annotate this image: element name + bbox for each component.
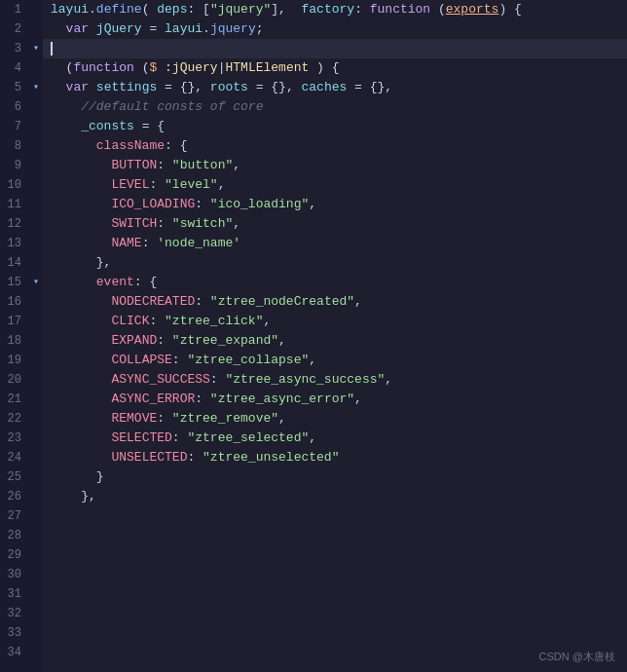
code-line-29 bbox=[43, 545, 627, 565]
line-num-24: 24 bbox=[8, 448, 21, 467]
fold-9 bbox=[29, 156, 43, 175]
code-line-21: ASYNC_ERROR: "ztree_async_error", bbox=[43, 390, 627, 409]
code-line-33 bbox=[43, 623, 627, 643]
fold-16 bbox=[29, 292, 43, 312]
line-num-6: 6 bbox=[15, 97, 21, 117]
line-num-20: 20 bbox=[8, 370, 21, 390]
code-line-16: NODECREATED: "ztree_nodeCreated", bbox=[43, 292, 627, 312]
fold-21 bbox=[29, 390, 43, 409]
code-line-26: }, bbox=[43, 487, 627, 506]
line-num-16: 16 bbox=[8, 292, 21, 312]
fold-29 bbox=[29, 545, 43, 565]
line-num-3: 3 bbox=[15, 39, 21, 58]
code-line-24: UNSELECTED: "ztree_unselected" bbox=[43, 448, 627, 467]
line-num-33: 33 bbox=[8, 623, 21, 643]
code-line-30 bbox=[43, 565, 627, 584]
fold-22 bbox=[29, 409, 43, 429]
fold-4 bbox=[29, 58, 43, 78]
fold-27 bbox=[29, 506, 43, 526]
code-line-1: layui.define( deps: ["jquery"], factory:… bbox=[43, 0, 627, 19]
code-line-8: className: { bbox=[43, 136, 627, 156]
fold-11 bbox=[29, 195, 43, 214]
line-num-26: 26 bbox=[8, 487, 21, 506]
fold-18 bbox=[29, 331, 43, 351]
line-num-9: 9 bbox=[15, 156, 21, 175]
fold-34 bbox=[29, 643, 43, 662]
fold-3[interactable]: ▾ bbox=[29, 39, 43, 58]
fold-31 bbox=[29, 584, 43, 604]
line-num-17: 17 bbox=[8, 312, 21, 331]
fold-6 bbox=[29, 97, 43, 117]
line-num-21: 21 bbox=[8, 390, 21, 409]
code-line-2: var jQuery = layui.jquery; bbox=[43, 19, 627, 39]
fold-33 bbox=[29, 623, 43, 643]
line-num-34: 34 bbox=[8, 643, 21, 662]
fold-24 bbox=[29, 448, 43, 467]
code-line-28 bbox=[43, 526, 627, 545]
line-num-7: 7 bbox=[15, 117, 21, 136]
line-numbers: 1 2 3 4 5 6 7 8 9 10 11 12 13 14 15 16 1… bbox=[0, 0, 29, 672]
fold-25 bbox=[29, 467, 43, 487]
fold-8 bbox=[29, 136, 43, 156]
code-line-23: SELECTED: "ztree_selected", bbox=[43, 429, 627, 448]
line-num-5: 5 bbox=[15, 78, 21, 97]
code-line-13: NAME: 'node_name' bbox=[43, 234, 627, 253]
line-num-28: 28 bbox=[8, 526, 21, 545]
fold-28 bbox=[29, 526, 43, 545]
code-line-15: event: { bbox=[43, 273, 627, 292]
line-num-1: 1 bbox=[15, 0, 21, 19]
code-line-5: var settings = {}, roots = {}, caches = … bbox=[43, 78, 627, 97]
code-line-27 bbox=[43, 506, 627, 526]
code-line-6: //default consts of core bbox=[43, 97, 627, 117]
fold-14 bbox=[29, 253, 43, 273]
code-area[interactable]: layui.define( deps: ["jquery"], factory:… bbox=[43, 0, 627, 672]
code-line-7: _consts = { bbox=[43, 117, 627, 136]
line-num-27: 27 bbox=[8, 506, 21, 526]
line-num-2: 2 bbox=[15, 19, 21, 39]
line-num-30: 30 bbox=[8, 565, 21, 584]
fold-2 bbox=[29, 19, 43, 39]
fold-32 bbox=[29, 604, 43, 623]
fold-10 bbox=[29, 175, 43, 195]
code-line-20: ASYNC_SUCCESS: "ztree_async_success", bbox=[43, 370, 627, 390]
fold-26 bbox=[29, 487, 43, 506]
fold-5[interactable]: ▾ bbox=[29, 78, 43, 97]
code-line-4: (function ($ :jQuery|HTMLElement ) { bbox=[43, 58, 627, 78]
code-line-10: LEVEL: "level", bbox=[43, 175, 627, 195]
code-line-11: ICO_LOADING: "ico_loading", bbox=[43, 195, 627, 214]
fold-19 bbox=[29, 351, 43, 370]
line-num-18: 18 bbox=[8, 331, 21, 351]
fold-gutter: ▾ ▾ ▾ bbox=[29, 0, 43, 672]
watermark: CSDN @木唐枝 bbox=[539, 650, 615, 664]
fold-15[interactable]: ▾ bbox=[29, 273, 43, 292]
fold-7 bbox=[29, 117, 43, 136]
code-line-3 bbox=[43, 39, 627, 58]
code-line-31 bbox=[43, 584, 627, 604]
fold-17 bbox=[29, 312, 43, 331]
line-num-12: 12 bbox=[8, 214, 21, 234]
line-num-4: 4 bbox=[15, 58, 21, 78]
code-line-25: } bbox=[43, 467, 627, 487]
line-num-25: 25 bbox=[8, 467, 21, 487]
fold-1 bbox=[29, 0, 43, 19]
code-line-32 bbox=[43, 604, 627, 623]
line-num-19: 19 bbox=[8, 351, 21, 370]
line-num-13: 13 bbox=[8, 234, 21, 253]
line-num-8: 8 bbox=[15, 136, 21, 156]
line-num-32: 32 bbox=[8, 604, 21, 623]
fold-30 bbox=[29, 565, 43, 584]
fold-20 bbox=[29, 370, 43, 390]
fold-13 bbox=[29, 234, 43, 253]
line-num-10: 10 bbox=[8, 175, 21, 195]
code-line-9: BUTTON: "button", bbox=[43, 156, 627, 175]
code-line-14: }, bbox=[43, 253, 627, 273]
line-num-15: 15 bbox=[8, 273, 21, 292]
code-line-22: REMOVE: "ztree_remove", bbox=[43, 409, 627, 429]
code-line-19: COLLAPSE: "ztree_collapse", bbox=[43, 351, 627, 370]
editor-container: 1 2 3 4 5 6 7 8 9 10 11 12 13 14 15 16 1… bbox=[0, 0, 627, 672]
line-num-11: 11 bbox=[8, 195, 21, 214]
code-line-17: CLICK: "ztree_click", bbox=[43, 312, 627, 331]
line-num-22: 22 bbox=[8, 409, 21, 429]
line-num-14: 14 bbox=[8, 253, 21, 273]
code-line-18: EXPAND: "ztree_expand", bbox=[43, 331, 627, 351]
